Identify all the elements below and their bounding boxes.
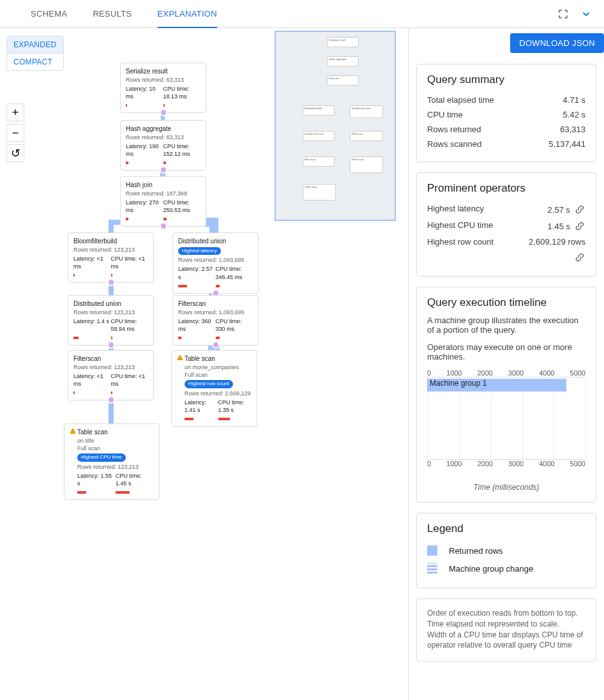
- node-on: on movie_companies: [185, 363, 252, 371]
- zoom-in-button[interactable]: +: [6, 103, 24, 121]
- node-cpu: CPU time: 330 ms: [216, 317, 253, 333]
- timeline-desc: Operators may execute on one or more mac…: [427, 342, 585, 361]
- footnote-line: Order of execution reads from bottom to …: [427, 608, 585, 619]
- node-title: Table scan: [77, 428, 154, 437]
- expand-icon[interactable]: [107, 278, 115, 286]
- node-latency: Latency: <1 ms: [73, 255, 111, 270]
- expand-icon[interactable]: [212, 341, 220, 349]
- tab-explanation[interactable]: EXPLANATION: [158, 0, 217, 28]
- node-hash-aggregate[interactable]: Hash aggregate Rows returned: 63,313 Lat…: [120, 120, 206, 171]
- node-filterscan-right[interactable]: Filterscan Rows returned: 1,093,695 Late…: [172, 295, 259, 346]
- tick: 2000: [477, 369, 492, 377]
- node-title: Serialize result: [126, 67, 200, 76]
- node-cpu: CPU time: 346.45 ms: [216, 265, 253, 280]
- tick: 1000: [446, 369, 462, 377]
- tick: 0: [427, 369, 431, 377]
- card-title: Query summary: [427, 73, 585, 86]
- prominent-key: Highest latency: [427, 204, 484, 215]
- summary-key: CPU time: [427, 110, 463, 119]
- summary-key: Rows returned: [427, 125, 481, 134]
- node-distributed-union-left[interactable]: Distributed union Rows returned: 123,213…: [68, 295, 154, 346]
- prominent-key: Highest CPU time: [427, 220, 493, 232]
- zoom-out-button[interactable]: −: [6, 124, 24, 142]
- node-title: Table scan: [185, 354, 252, 363]
- node-table-scan-left[interactable]: Table scan on title Full scan Highest CP…: [64, 423, 160, 500]
- timeline-desc: A machine group illustrates the executio…: [427, 316, 585, 335]
- summary-val: 4.71 s: [563, 95, 585, 105]
- minimap[interactable]: Serialize result Hash aggregate Hash joi…: [275, 31, 396, 221]
- prominent-operators-card: Prominent operators Highest latency2.57 …: [416, 172, 596, 277]
- expand-icon[interactable]: [160, 109, 167, 116]
- tab-results[interactable]: RESULTS: [93, 0, 132, 28]
- node-cpu: CPU time: 250.53 ms: [163, 199, 201, 214]
- node-bloomfilterbuild[interactable]: Bloomfilterbuild Rows returned: 123,213 …: [68, 232, 154, 283]
- summary-key: Total elapsed time: [427, 95, 494, 105]
- fullscreen-icon[interactable]: [555, 6, 571, 22]
- tick: 4000: [539, 369, 554, 377]
- expand-icon[interactable]: [107, 341, 115, 349]
- tab-bar: SCHEMA RESULTS EXPLANATION: [0, 0, 604, 28]
- view-toggle: EXPANDED COMPACT: [6, 36, 64, 71]
- tick: 3000: [508, 460, 524, 468]
- plan-canvas[interactable]: EXPANDED COMPACT + − ↺ Serialize result …: [0, 28, 409, 700]
- legend-label: Returned rows: [449, 546, 503, 556]
- node-title: Filterscan: [178, 300, 253, 308]
- footnote-card: Order of execution reads from bottom to …: [416, 598, 596, 662]
- expand-icon[interactable]: [107, 396, 115, 404]
- tick: 2000: [477, 460, 492, 468]
- node-title: Distributed union: [178, 237, 253, 246]
- node-hash-join[interactable]: Hash join Rows returned: 187,368 Latency…: [120, 176, 206, 227]
- node-latency: Latency: 1.55 s: [77, 472, 116, 487]
- node-on: on title: [77, 437, 154, 445]
- download-json-button[interactable]: DOWNLOAD JSON: [510, 33, 604, 53]
- link-icon[interactable]: [574, 204, 585, 215]
- warning-icon: [177, 354, 183, 360]
- view-expanded[interactable]: EXPANDED: [7, 36, 63, 53]
- node-distributed-union-right[interactable]: Distributed union Highest latency Rows r…: [172, 232, 259, 294]
- node-latency: Latency: <1 ms: [73, 372, 111, 388]
- node-latency: Latency: 270 ms: [126, 199, 163, 214]
- node-table-scan-right[interactable]: Table scan on movie_companies Full scan …: [171, 350, 257, 427]
- tick: 1000: [446, 460, 462, 468]
- node-title: Bloomfilterbuild: [73, 237, 148, 246]
- node-rows: Rows returned: 1,093,695: [178, 308, 253, 316]
- prominent-val: 2.57 s: [548, 205, 570, 215]
- zoom-reset-button[interactable]: ↺: [6, 144, 24, 162]
- badge-highest-latency: Highest latency: [178, 247, 221, 255]
- node-rows: Rows returned: 187,368: [126, 190, 200, 197]
- timeline-chart: 0 1000 2000 3000 4000 5000 Machine group…: [427, 369, 585, 471]
- view-compact[interactable]: COMPACT: [7, 53, 63, 70]
- node-latency: Latency: 1.4 s: [73, 317, 111, 333]
- node-full-scan: Full scan: [77, 445, 154, 452]
- timeline-bar[interactable]: Machine group 1: [427, 379, 566, 392]
- footnote-line: Width of a CPU time bar displays CPU tim…: [427, 630, 585, 651]
- tick: 3000: [508, 369, 524, 377]
- tick: 5000: [570, 369, 585, 377]
- node-title: Filterscan: [73, 354, 148, 363]
- node-latency: Latency: 10 ms: [126, 85, 163, 100]
- node-cpu: CPU time: <1 ms: [111, 255, 149, 270]
- expand-icon[interactable]: [160, 222, 167, 230]
- chevron-down-icon[interactable]: [578, 6, 594, 22]
- legend-label: Machine group change: [449, 564, 533, 574]
- node-rows: Rows returned: 63,313: [126, 133, 200, 141]
- node-latency: Latency: 2.57 s: [178, 265, 216, 280]
- timeline-card: Query execution timeline A machine group…: [416, 287, 596, 503]
- summary-val: 63,313: [560, 125, 585, 134]
- node-serialize-result[interactable]: Serialize result Rows returned: 63,313 L…: [120, 63, 206, 113]
- footnote-line: Time elapsed not represented to scale.: [427, 619, 585, 630]
- badge-highest-cpu-time: Highest CPU time: [77, 453, 126, 462]
- expand-icon[interactable]: [160, 166, 167, 174]
- tick: 4000: [539, 460, 554, 468]
- link-icon[interactable]: [574, 252, 585, 263]
- card-title: Query execution timeline: [427, 296, 585, 309]
- node-latency: Latency: 360 ms: [178, 317, 216, 333]
- node-cpu: CPU time: 1.35 s: [218, 399, 252, 414]
- tab-schema[interactable]: SCHEMA: [31, 0, 67, 28]
- prominent-val: 2,609,129 rows: [529, 237, 585, 247]
- tick: 0: [427, 460, 431, 468]
- link-icon[interactable]: [574, 220, 585, 232]
- node-title: Hash aggregate: [126, 125, 200, 133]
- node-rows: Rows returned: 2,609,129: [185, 390, 252, 397]
- node-filterscan-left[interactable]: Filterscan Rows returned: 123,213 Latenc…: [68, 350, 154, 400]
